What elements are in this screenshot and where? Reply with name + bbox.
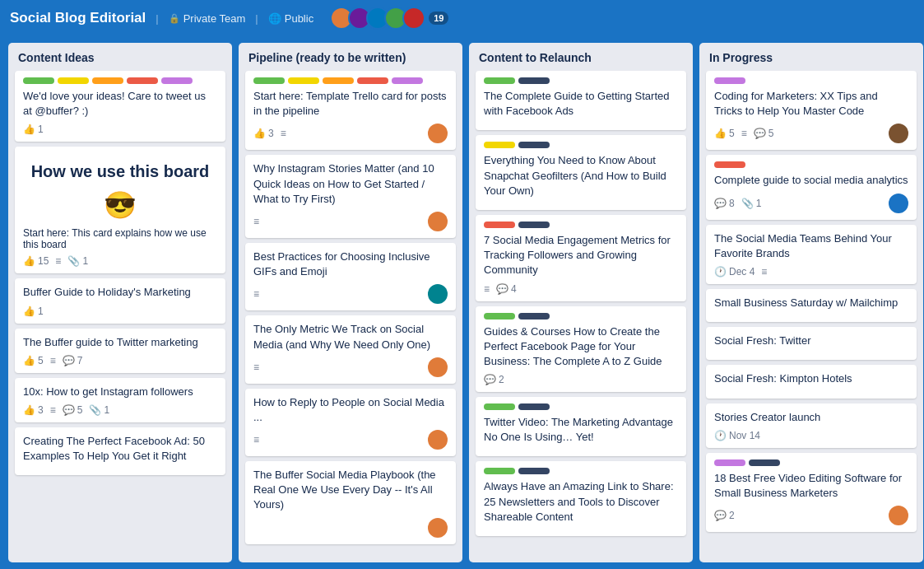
card-ci-3[interactable]: Buffer Guide to Holiday's Marketing 👍1 [15, 278, 225, 323]
column-pipeline-title: Pipeline (ready to be written) [239, 43, 462, 71]
card-pl-2[interactable]: Why Instagram Stories Matter (and 10 Qui… [245, 155, 456, 238]
label-red [714, 161, 745, 168]
card-cr-5-labels [484, 403, 678, 410]
like-icon: 👍 [23, 124, 35, 135]
card-pl-6[interactable]: The Buffer Social Media Playbook (the Re… [245, 461, 456, 544]
card-cr-2-labels [484, 142, 678, 148]
column-in-progress-title: In Progress [699, 43, 923, 71]
card-ip-4[interactable]: Small Business Saturday w/ Mailchimp [706, 289, 917, 322]
card-ip-6[interactable]: Social Fresh: Kimpton Hotels [706, 365, 917, 398]
card-cr-1-title: The Complete Guide to Getting Started wi… [484, 89, 678, 119]
card-pl-5[interactable]: How to Reply to People on Social Media .… [245, 389, 456, 456]
label-yellow [484, 142, 515, 148]
card-cr-4-meta: 💬2 [484, 374, 678, 385]
card-pl-3[interactable]: Best Practices for Choosing Inclusive GI… [245, 243, 456, 310]
card-cr-6-title: Always Have an Amazing Link to Share: 25… [484, 479, 678, 525]
card-ip-2[interactable]: Complete guide to social media analytics… [706, 155, 917, 219]
card-cr-6[interactable]: Always Have an Amazing Link to Share: 25… [476, 461, 686, 536]
card-cr-2[interactable]: Everything You Need to Know About Snapch… [476, 135, 686, 210]
card-pl-2-footer: ≡ [253, 212, 448, 231]
avatar-5 [402, 7, 425, 30]
label-dark [518, 403, 550, 410]
column-content-relaunch-title: Content to Relaunch [469, 43, 693, 71]
meta-comments: 💬7 [63, 355, 83, 366]
card-ci-2[interactable]: How we use this board 😎 Start here: This… [15, 147, 225, 273]
card-ip-8-meta: 💬2 [714, 510, 735, 521]
card-cr-3-labels [484, 222, 678, 228]
meta-checklist: ≡ [253, 216, 259, 227]
meta-checklist: ≡ [55, 255, 61, 267]
column-content-ideas-title: Content Ideas [8, 43, 232, 71]
card-ip-3-meta: 🕐Dec 4 ≡ [714, 266, 908, 278]
meta-comments: 💬4 [496, 283, 517, 295]
card-ip-3[interactable]: The Social Media Teams Behind Your Favor… [706, 225, 917, 284]
app: Social Blog Editorial | 🔒 Private Team |… [0, 0, 924, 569]
meta-checklist: ≡ [281, 128, 286, 139]
card-pl-5-meta: ≡ [253, 434, 259, 445]
comment-icon: 💬 [714, 198, 727, 209]
column-content-ideas: Content Ideas We'd love your ideas! Care… [8, 43, 232, 562]
card-pl-4-avatar [428, 357, 448, 377]
card-ci-1[interactable]: We'd love your ideas! Care to tweet us a… [15, 71, 225, 142]
card-ci-5[interactable]: 10x: How to get Instagram followers 👍3 ≡… [15, 378, 225, 422]
meta-checklist: ≡ [253, 288, 259, 300]
label-purple [714, 459, 745, 466]
card-ci-4-meta: 👍5 ≡ 💬7 [23, 355, 217, 366]
card-pl-3-footer: ≡ [253, 284, 448, 304]
card-pl-1[interactable]: Start here: Template Trello card for pos… [245, 71, 456, 150]
card-pl-2-meta: ≡ [253, 216, 259, 227]
card-cr-5[interactable]: Twitter Video: The Marketing Advantage N… [476, 397, 686, 456]
like-icon: 👍 [23, 305, 35, 317]
card-ip-8[interactable]: 18 Best Free Video Editing Software for … [706, 453, 917, 532]
card-ip-1-meta: 👍5 ≡ 💬5 [714, 128, 773, 139]
card-cr-1[interactable]: The Complete Guide to Getting Started wi… [476, 71, 686, 130]
card-pl-5-title: How to Reply to People on Social Media .… [253, 395, 448, 425]
attach-icon: 📎 [67, 255, 80, 267]
meta-date: 🕐Dec 4 [714, 266, 755, 278]
comment-icon: 💬 [63, 404, 75, 416]
card-ip-1-title: Coding for Marketers: XX Tips and Tricks… [714, 89, 908, 119]
card-pl-5-footer: ≡ [253, 430, 448, 450]
card-pl-1-avatar [428, 124, 448, 143]
meta-checklist: ≡ [50, 404, 56, 416]
board-title: Social Blog Editorial [10, 10, 146, 26]
checklist-icon: ≡ [253, 361, 259, 373]
card-pl-3-meta: ≡ [253, 288, 259, 300]
card-ip-7[interactable]: Stories Creator launch 🕐Nov 14 [706, 403, 917, 448]
like-icon: 👍 [23, 355, 35, 366]
visibility-badge: 🌐 Public [268, 12, 313, 25]
like-icon: 👍 [23, 404, 35, 416]
card-cr-3[interactable]: 7 Social Media Engagement Metrics for Tr… [476, 215, 686, 301]
card-pl-6-footer [253, 518, 448, 538]
card-pl-4[interactable]: The Only Metric We Track on Social Media… [245, 315, 456, 383]
column-pipeline-body: Start here: Template Trello card for pos… [239, 71, 462, 562]
checklist-icon: ≡ [50, 404, 56, 416]
checklist-icon: ≡ [253, 288, 259, 300]
label-green [484, 313, 515, 319]
card-ip-8-title: 18 Best Free Video Editing Software for … [714, 471, 908, 501]
card-ip-8-footer: 💬2 [714, 506, 908, 525]
card-ip-5[interactable]: Social Fresh: Twitter [706, 327, 917, 360]
label-purple [714, 77, 745, 84]
label-red [127, 77, 158, 84]
card-ip-2-meta: 💬8 📎1 [714, 198, 761, 209]
label-dark [518, 77, 550, 84]
card-cr-5-title: Twitter Video: The Marketing Advantage N… [484, 415, 678, 445]
card-pl-3-avatar [428, 284, 448, 304]
meta-likes: 👍1 [23, 124, 44, 135]
card-ci-1-meta: 👍1 [23, 124, 217, 135]
meta-likes: 👍5 [23, 355, 44, 366]
card-pl-5-avatar [428, 430, 448, 450]
checklist-icon: ≡ [761, 266, 767, 278]
card-ip-1[interactable]: Coding for Marketers: XX Tips and Tricks… [706, 71, 917, 150]
column-content-ideas-body: We'd love your ideas! Care to tweet us a… [8, 71, 232, 562]
card-ci-3-title: Buffer Guide to Holiday's Marketing [23, 285, 217, 300]
meta-likes: 👍3 [253, 128, 274, 139]
meta-checklist: ≡ [484, 283, 490, 295]
card-cr-2-title: Everything You Need to Know About Snapch… [484, 153, 678, 198]
meta-comments: 💬2 [484, 374, 504, 385]
card-ci-4[interactable]: The Buffer guide to Twitter marketing 👍5… [15, 329, 225, 373]
card-ci-6[interactable]: Creating The Perfect Facebook Ad: 50 Exa… [15, 427, 225, 475]
card-cr-4[interactable]: Guides & Courses How to Create the Perfe… [476, 306, 686, 393]
card-ci-2-title: How we use this board [23, 153, 217, 183]
